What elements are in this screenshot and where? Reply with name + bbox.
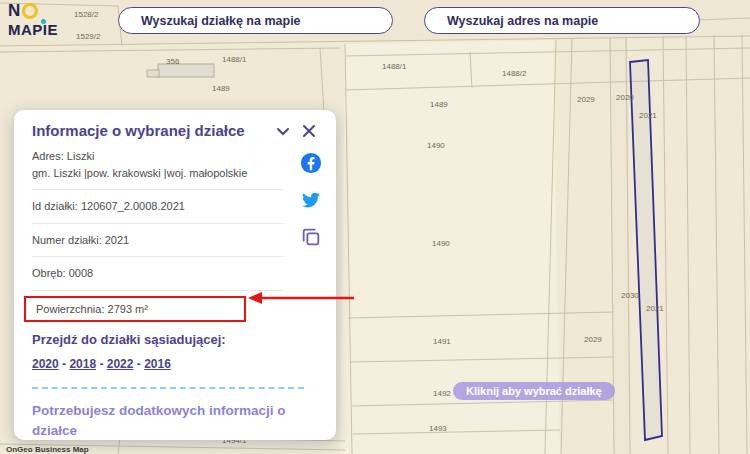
close-panel-icon[interactable] <box>300 122 318 140</box>
map-parcel-label: 2021 <box>639 111 657 120</box>
search-parcel-label: Wyszukaj działkę na mapie <box>141 14 301 28</box>
logo[interactable]: N MAPIE <box>8 2 58 37</box>
more-info-link[interactable]: Potrzebujesz dodatkowych informacji o dz… <box>32 401 302 441</box>
facebook-icon[interactable] <box>300 152 322 174</box>
logo-text-top: N <box>8 2 20 19</box>
parcel-address-line1: Adres: Liszki <box>32 148 284 165</box>
map-parcel-label: 1493 <box>429 424 447 433</box>
parcel-number: Numer działki: 2021 <box>32 224 284 258</box>
search-parcel-button[interactable]: Wyszukaj działkę na mapie <box>118 7 393 34</box>
area-highlight-box: Powierzchnia: 2793 m² <box>24 296 246 322</box>
map-parcel-label: 1490 <box>432 239 450 248</box>
parcel-district: Obręb: 0008 <box>32 257 284 291</box>
map-parcel-label: 2021 <box>646 304 664 313</box>
map-parcel-label: 2030 <box>621 291 639 300</box>
map-parcel-label: 2029 <box>584 335 602 344</box>
dashed-divider <box>32 387 304 389</box>
map-parcel-label: 1488/1 <box>222 55 246 64</box>
neighbors-label: Przejdź do działki sąsiadującej: <box>32 332 318 347</box>
map-parcel-label: 1529/2 <box>76 32 100 41</box>
collapse-panel-icon[interactable] <box>274 122 292 140</box>
parcel-address-line2: gm. Liszki |pow. krakowski |woj. małopol… <box>32 165 284 182</box>
logo-ring-icon <box>22 3 38 19</box>
search-address-label: Wyszukaj adres na mapie <box>447 14 598 28</box>
parcel-id: Id działki: 120607_2.0008.2021 <box>32 190 284 224</box>
select-parcel-tooltip: Kliknij aby wybrać działkę <box>453 382 615 400</box>
logo-teal-dot-icon <box>41 19 46 24</box>
map-building-footprint-small <box>147 70 159 77</box>
neighbor-parcel-link[interactable]: 2020 <box>32 357 59 371</box>
map-parcel-label: 1488/1 <box>382 62 406 71</box>
map-parcel-label: 1488/2 <box>502 69 526 78</box>
map-parcel-label: 1489 <box>430 100 448 109</box>
map-parcel-label: 2020 <box>616 93 634 102</box>
parcel-info-panel: Informacje o wybranej działce Adres: Lis… <box>14 110 336 440</box>
map-parcel-label: 1492 <box>433 389 451 398</box>
panel-title: Informacje o wybranej działce <box>32 122 266 139</box>
neighbor-links: 2020 - 2018 - 2022 - 2016 <box>32 357 318 371</box>
map-parcel-label: 1490 <box>427 141 445 150</box>
neighbor-parcel-link[interactable]: 2016 <box>144 357 171 371</box>
map-parcel-label: 1489 <box>212 84 230 93</box>
copy-link-icon[interactable] <box>300 226 322 248</box>
parcel-area: Powierzchnia: 2793 m² <box>36 303 148 315</box>
share-column <box>300 152 322 248</box>
map-parcel-label: 1491 <box>433 337 451 346</box>
highlight-arrow-icon <box>246 290 356 306</box>
app-root: 1528/21529/23561488/114891488/11488/2148… <box>0 0 750 454</box>
map-parcel-label: 2029 <box>577 95 595 104</box>
logo-text-bottom: MAPIE <box>8 22 58 37</box>
map-parcel-label: 1528/2 <box>74 10 98 19</box>
neighbor-parcel-link[interactable]: 2018 <box>69 357 96 371</box>
map-attribution: OnGeo Business Map <box>6 445 89 454</box>
neighbor-parcel-link[interactable]: 2022 <box>107 357 134 371</box>
parcel-address: Adres: Liszki gm. Liszki |pow. krakowski… <box>32 140 284 190</box>
twitter-icon[interactable] <box>300 189 322 211</box>
map-parcel-label: 356 <box>166 57 179 66</box>
search-address-button[interactable]: Wyszukaj adres na mapie <box>424 7 700 34</box>
